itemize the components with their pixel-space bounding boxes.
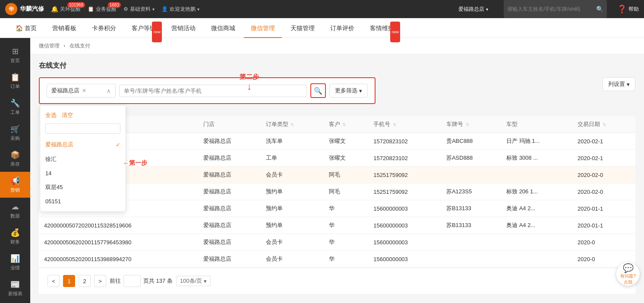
more-filter-button[interactable]: 更多筛选 ▾ <box>329 84 368 98</box>
keyword-search-input[interactable] <box>119 85 307 97</box>
settings-label: 基础资料 <box>130 6 151 13</box>
next-page-button[interactable]: > <box>94 275 106 287</box>
dropdown-item-1[interactable]: 徐汇 <box>40 152 126 167</box>
dropdown-item-label-4: 05151 <box>45 198 61 205</box>
sidebar-item-work-orders[interactable]: 🔧 工单 <box>0 94 30 120</box>
cell-customer: 张曜文 <box>324 133 369 150</box>
col-customer-label: 客户 <box>329 121 340 127</box>
settings-nav-item[interactable]: ⚙ 基础资料 ▾ <box>123 6 155 13</box>
col-plate: 车牌号 ⇅ <box>441 116 501 133</box>
page-2-button[interactable]: 2 <box>79 275 91 287</box>
home-tab[interactable]: 🏠 首页 <box>9 18 44 38</box>
clear-all-btn[interactable]: 清空 <box>62 111 73 119</box>
dropdown-item-4[interactable]: 05151 <box>40 195 126 208</box>
col-date: 交易日期 ⇅ <box>572 116 635 133</box>
cell-customer: 华 <box>324 200 369 217</box>
sidebar-new-report-label: 新报表 <box>8 290 22 297</box>
marketing-icon: 📢 <box>10 176 20 186</box>
store-dropdown-arrow: ∧ <box>107 88 111 94</box>
top-navbar: 华 华麟汽修 🔔 关环提醒 101968 📋 业务提醒 1683 ⚙ 基础资料 … <box>0 0 644 18</box>
alert-nav-item[interactable]: 🔔 关环提醒 101968 <box>51 6 81 13</box>
cell-car-model: 标致 206 1... <box>501 183 572 200</box>
cell-date: 2020-01-1 <box>572 200 635 217</box>
task-nav-item[interactable]: 📋 业务提醒 1683 <box>88 6 117 13</box>
sidebar-item-marketing[interactable]: 📢 营销 <box>0 172 30 198</box>
page-size-arrow: ▾ <box>204 278 207 284</box>
cell-date: 2020-01-1 <box>572 217 635 234</box>
tab-order-review[interactable]: 订单评价 <box>323 18 361 38</box>
store-dropdown: 全选 清空 爱福路总店 ✓ 徐汇 <box>40 105 126 212</box>
data-table-wrapper: 来源单号 ⇅ 门店 订单类型 ⇅ 客户 <box>39 116 635 268</box>
cell-store: 爱福路总店 <box>198 234 261 251</box>
global-search-box[interactable]: 🔍 <box>504 0 607 18</box>
dropdown-item-0[interactable]: 爱福路总店 ✓ <box>40 137 126 152</box>
sidebar-item-finance[interactable]: 💰 财务 <box>0 224 30 249</box>
user-dropdown-icon: ▾ <box>197 7 199 12</box>
sort-icon-customer: ⇅ <box>342 122 346 127</box>
sidebar-item-purchase[interactable]: 🛒 采购 <box>0 120 30 146</box>
cell-store: 爱福路总店 <box>198 150 261 167</box>
cell-date: 2020-0 <box>572 234 635 251</box>
sidebar-item-orders[interactable]: 📋 订单 <box>0 68 30 94</box>
page-1-button[interactable]: 1 <box>63 275 75 287</box>
cell-order-type: 预约单 <box>261 183 324 200</box>
sidebar-data-label: 数据 <box>10 213 20 219</box>
tab-wechat-management[interactable]: 微信管理 <box>244 18 282 38</box>
help-button[interactable]: ❓ 帮助 <box>617 4 639 14</box>
cell-car-model <box>501 234 572 251</box>
page-title: 在线支付 <box>39 61 635 70</box>
cell-customer: 华 <box>324 217 369 234</box>
page-container: 在线支付 第二步 ↓ 列设置 ▾ <box>30 54 644 301</box>
new-badge-customer: new <box>152 22 162 42</box>
tab-customer-level[interactable]: 客户等级 new <box>125 18 163 38</box>
goto-page: 前往 1 页共 137 条 <box>110 275 173 287</box>
sidebar-item-new-report[interactable]: 📰 新报表 <box>0 275 30 301</box>
filter-row: 爱福路总店 ✕ ∧ 🔍 <box>47 83 368 98</box>
help-bubble-sub: 点我 <box>624 279 632 285</box>
user-label: 欢迎龙艳鹏 <box>170 6 196 13</box>
tab-wechat-store[interactable]: 微信商城 <box>204 18 242 38</box>
sidebar-item-inventory[interactable]: 📦 库存 <box>0 146 30 172</box>
cell-customer: 阿毛 <box>324 183 369 200</box>
table-row: 1581057704335 爱福路总店 会员卡 阿毛 15251759092 2… <box>39 167 635 183</box>
global-search-input[interactable] <box>507 6 593 12</box>
help-bubble-icon: 💬 <box>623 263 634 273</box>
document-icon: 📋 <box>88 6 94 12</box>
dropdown-item-label-1: 徐汇 <box>45 155 57 163</box>
app-logo: 华 华麟汽修 <box>5 3 44 15</box>
tab-card-points[interactable]: 卡券积分 <box>85 18 123 38</box>
sort-icon-type: ⇅ <box>290 122 294 127</box>
cell-customer: 阿毛 <box>324 167 369 183</box>
sidebar-item-performance[interactable]: 📊 业绩 <box>0 249 30 275</box>
tab-taobao-management[interactable]: 天猫管理 <box>284 18 322 38</box>
select-all-btn[interactable]: 全选 <box>45 111 57 119</box>
tab-marketing-board[interactable]: 营销看板 <box>45 18 83 38</box>
page-size-selector[interactable]: 100条/页 ▾ <box>176 276 211 286</box>
prev-page-button[interactable]: < <box>47 275 60 287</box>
store-selector[interactable]: 爱福路总店 ✕ ∧ <box>47 84 116 98</box>
col-settings-button[interactable]: 列设置 ▾ <box>603 77 635 91</box>
cell-order-type: 工单 <box>261 150 324 167</box>
sidebar-item-data[interactable]: ☁ 数据 <box>0 198 30 224</box>
sidebar-item-report[interactable]: 📄 报表 <box>0 301 30 303</box>
tab-marketing-activities[interactable]: 营销活动 <box>164 18 202 38</box>
dropdown-item-3[interactable]: 双层45 <box>40 180 126 195</box>
cell-car-model <box>501 167 572 183</box>
col-plate-label: 车牌号 <box>446 121 463 127</box>
dropdown-item-2[interactable]: 14 <box>40 167 126 180</box>
cell-plate: 苏B13133 <box>441 217 501 234</box>
clear-store-icon[interactable]: ✕ <box>82 88 86 94</box>
dropdown-search-input[interactable] <box>45 123 120 134</box>
sidebar-item-home[interactable]: ⊞ 首页 <box>0 42 30 68</box>
tab-customer-care[interactable]: 客情维护 new <box>363 18 401 38</box>
help-bubble[interactable]: 💬 有问题? 点我 <box>616 262 640 286</box>
cell-phone: 15600000003 <box>368 251 441 268</box>
global-search-icon[interactable]: 🔍 <box>596 6 603 13</box>
help-circle-icon: ❓ <box>617 4 627 14</box>
cell-order-type: 预约单 <box>261 200 324 217</box>
top-store-selector[interactable]: 爱福路总店 ▾ <box>458 6 488 13</box>
user-nav-item[interactable]: 👤 欢迎龙艳鹏 ▾ <box>161 6 199 13</box>
search-button[interactable]: 🔍 <box>310 83 326 98</box>
goto-input[interactable]: 1 <box>123 275 141 287</box>
gear-icon: ⚙ <box>123 6 128 12</box>
